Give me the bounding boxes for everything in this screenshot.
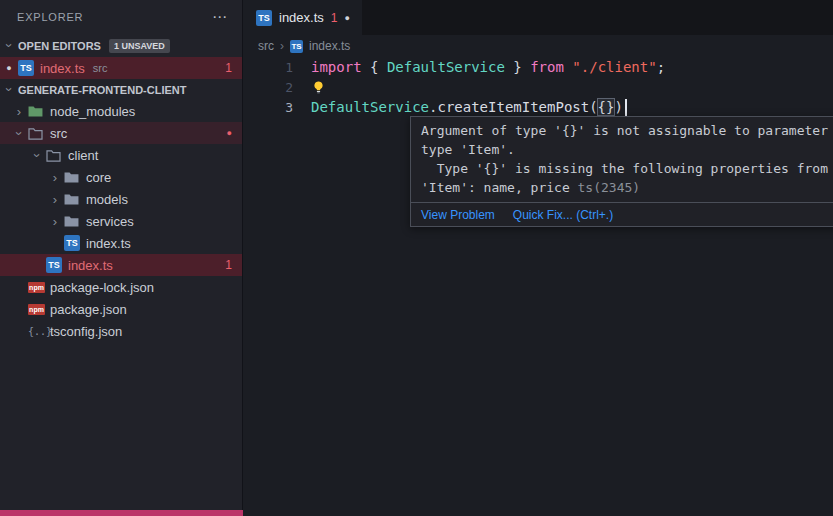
chevron-down-icon: ›: [2, 37, 17, 55]
breadcrumb: src › TS index.ts: [244, 35, 833, 57]
tree-item-src-index-ts[interactable]: › TS index.ts 1: [0, 254, 242, 276]
code-token-punctuation: {: [370, 59, 387, 75]
hover-actions: View Problem Quick Fix... (Ctrl+.): [411, 202, 833, 226]
tree-item-client[interactable]: › client: [0, 144, 242, 166]
line-number: 1: [244, 60, 293, 75]
code-token-punctuation: (: [589, 99, 597, 115]
ts-file-icon: TS: [18, 60, 34, 76]
explorer-sidebar: EXPLORER ⋯ › OPEN EDITORS 1 UNSAVED ● TS…: [0, 0, 243, 516]
braces-icon: {..}: [28, 326, 52, 337]
lightbulb-icon[interactable]: [311, 80, 326, 95]
line-number: 2: [244, 80, 293, 95]
text-cursor: [625, 99, 627, 116]
tab-error-badge: 1: [331, 11, 338, 25]
hover-message-line: type 'Item'.: [421, 140, 833, 159]
tree-item-models[interactable]: › models: [0, 188, 242, 210]
tab-bar: TS index.ts 1 ●: [244, 0, 833, 35]
line-number: 3: [244, 100, 293, 115]
tree-item-tsconfig-json[interactable]: › {..} tsconfig.json: [0, 320, 242, 342]
code-token-punctuation: ): [614, 99, 622, 115]
code-line-3: 3 DefaultService.createItemItemPost({}): [244, 97, 833, 117]
npm-icon: npm: [28, 282, 45, 293]
explorer-title: EXPLORER: [17, 11, 83, 23]
folder-icon: [64, 193, 86, 206]
code-line-2: 2: [244, 77, 833, 97]
tree-item-src[interactable]: › src ●: [0, 122, 242, 144]
code-token-punctuation: }: [505, 59, 530, 75]
chevron-right-icon: ›: [10, 104, 28, 119]
tab-index-ts[interactable]: TS index.ts 1 ●: [244, 0, 362, 35]
hover-message-line: Argument of type '{}' is not assignable …: [421, 121, 833, 140]
code-line-1: 1 import { DefaultService } from "./clie…: [244, 57, 833, 77]
unsaved-badge: 1 UNSAVED: [109, 39, 170, 53]
code-token-keyword: from: [530, 59, 572, 75]
folder-icon: [64, 171, 86, 184]
folder-icon: [28, 105, 50, 118]
breadcrumb-folder[interactable]: src: [258, 39, 274, 53]
tree-item-core[interactable]: › core: [0, 166, 242, 188]
chevron-down-icon: ›: [2, 81, 17, 99]
breadcrumb-separator-icon: ›: [280, 39, 284, 53]
code-token-string: "./client": [572, 59, 656, 75]
tree-item-client-index-ts[interactable]: › TS index.ts: [0, 232, 242, 254]
hover-message-text: 'Item': name, price: [421, 180, 578, 195]
modified-indicator: ●: [227, 128, 232, 138]
error-count-badge: 1: [225, 258, 232, 272]
folder-open-icon: [28, 127, 50, 140]
view-problem-link[interactable]: View Problem: [421, 208, 495, 222]
dirty-icon[interactable]: ●: [0, 63, 18, 73]
code-token-type: DefaultService: [311, 99, 429, 115]
code-editor[interactable]: 1 import { DefaultService } from "./clie…: [244, 57, 833, 117]
chevron-down-icon: ›: [12, 124, 27, 142]
project-section-header[interactable]: › GENERATE-FRONTEND-CLIENT: [0, 79, 242, 100]
hover-message-line: 'Item': name, price ts(2345): [421, 178, 833, 197]
error-count-badge: 1: [225, 61, 232, 75]
code-token-type: DefaultService: [387, 59, 505, 75]
status-bar: [0, 510, 243, 516]
chevron-down-icon: ›: [30, 146, 45, 164]
quick-fix-link[interactable]: Quick Fix... (Ctrl+.): [513, 208, 613, 222]
chevron-right-icon: ›: [46, 214, 64, 229]
dirty-indicator[interactable]: ●: [345, 13, 350, 23]
error-hover: Argument of type '{}' is not assignable …: [410, 116, 833, 227]
open-editors-label: OPEN EDITORS: [18, 40, 101, 52]
npm-icon: npm: [28, 304, 45, 315]
error-code: ts(2345): [578, 180, 641, 195]
explorer-header: EXPLORER ⋯: [0, 0, 242, 34]
hover-message-line: Type '{}' is missing the following prope…: [421, 159, 833, 178]
hover-message: Argument of type '{}' is not assignable …: [411, 117, 833, 202]
code-token-keyword: import: [311, 59, 370, 75]
code-token-error-argument: {}: [598, 99, 615, 115]
code-token-method: createItemItemPost: [437, 99, 589, 115]
tree-item-package-lock-json[interactable]: › npm package-lock.json: [0, 276, 242, 298]
code-token-punctuation: .: [429, 99, 437, 115]
file-name: index.ts: [40, 61, 85, 76]
more-actions-icon[interactable]: ⋯: [212, 8, 228, 26]
tab-label: index.ts: [279, 10, 324, 25]
open-editor-item-index-ts[interactable]: ● TS index.ts src 1: [0, 57, 242, 79]
chevron-right-icon: ›: [46, 192, 64, 207]
breadcrumb-file[interactable]: index.ts: [309, 39, 350, 53]
ts-file-icon: TS: [46, 257, 62, 273]
ts-file-icon: TS: [256, 10, 272, 26]
folder-icon: [64, 215, 86, 228]
tree-item-node-modules[interactable]: › node_modules: [0, 100, 242, 122]
file-path: src: [93, 62, 108, 74]
chevron-right-icon: ›: [46, 170, 64, 185]
ts-file-icon: TS: [64, 235, 80, 251]
project-label: GENERATE-FRONTEND-CLIENT: [18, 84, 186, 96]
tree-item-package-json[interactable]: › npm package.json: [0, 298, 242, 320]
code-token-punctuation: ;: [657, 59, 665, 75]
open-editors-section-header[interactable]: › OPEN EDITORS 1 UNSAVED: [0, 34, 242, 57]
folder-open-icon: [46, 149, 68, 162]
tree-item-services[interactable]: › services: [0, 210, 242, 232]
ts-file-icon: TS: [290, 40, 303, 53]
